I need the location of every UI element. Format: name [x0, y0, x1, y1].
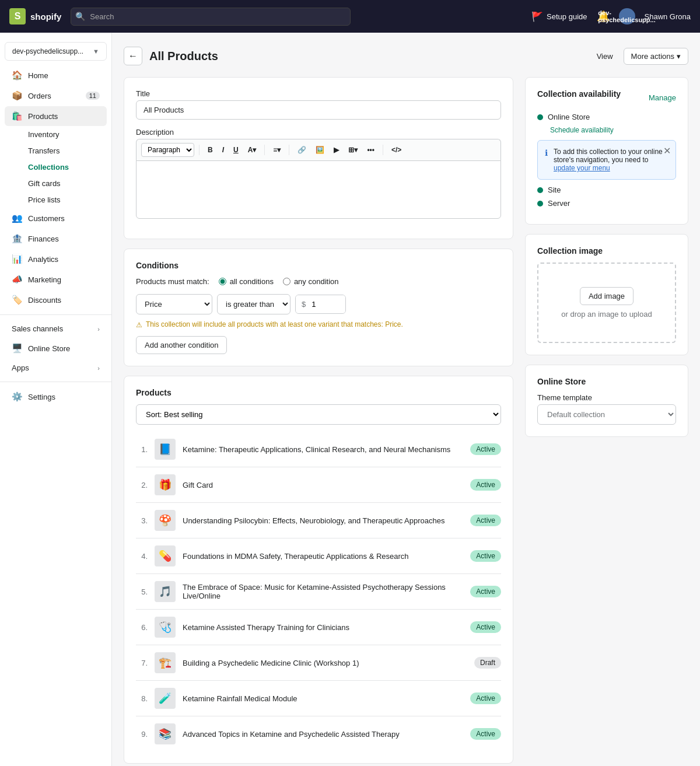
any-condition-radio[interactable]: any condition: [283, 277, 339, 286]
products-title: Products: [136, 388, 501, 397]
product-thumbnail: 🧪: [155, 688, 176, 709]
product-number: 8.: [136, 694, 148, 703]
product-name: Ketamine Assisted Therapy Training for C…: [183, 623, 463, 632]
underline-button[interactable]: U: [230, 144, 242, 156]
sales-channels-label: Sales channels: [12, 324, 63, 333]
sidebar-item-home[interactable]: 🏠 Home: [5, 65, 107, 85]
product-thumbnail: 🎁: [155, 474, 176, 495]
condition-field-select[interactable]: Price Product title Product type Product…: [136, 294, 212, 314]
sidebar-sub-item-gift-cards[interactable]: Gift cards: [5, 176, 107, 191]
theme-template-select[interactable]: Default collection: [537, 404, 676, 425]
active-dot-icon: [537, 201, 543, 207]
info-box-close-button[interactable]: ✕: [663, 145, 671, 156]
info-box: ℹ To add this collection to your online …: [537, 140, 676, 180]
main-column: Title Description Paragraph B: [124, 77, 513, 766]
back-button[interactable]: ←: [124, 47, 142, 65]
update-menu-link[interactable]: update your menu: [554, 164, 610, 172]
sidebar-item-label: Customers: [28, 214, 65, 223]
conditions-match: Products must match: all conditions any …: [136, 277, 501, 286]
store-selector[interactable]: dev-psychedelicsupp... ▼: [5, 42, 107, 61]
active-dot-icon: [537, 114, 543, 120]
description-editor[interactable]: [136, 160, 501, 219]
sidebar-sub-item-transfers[interactable]: Transfers: [5, 143, 107, 159]
sort-select[interactable]: Sort: Best selling Product title A-Z Pro…: [136, 404, 501, 425]
product-thumbnail: 🍄: [155, 510, 176, 531]
sales-channels-section[interactable]: Sales channels ›: [5, 320, 107, 338]
html-button[interactable]: </>: [388, 144, 405, 156]
rte-divider: [199, 145, 200, 155]
product-thumbnail: 📚: [155, 723, 176, 744]
logo: S shopify: [9, 8, 61, 25]
paragraph-select[interactable]: Paragraph: [141, 143, 194, 157]
list-item: 3. 🍄 Understanding Psilocybin: Effects, …: [136, 503, 501, 538]
setup-guide-button[interactable]: 🚩 Setup guide: [531, 11, 587, 22]
active-dot-icon: [537, 187, 543, 193]
apps-section[interactable]: Apps ›: [5, 359, 107, 377]
table-button[interactable]: ⊞▾: [345, 144, 361, 156]
orders-icon: 📦: [12, 90, 22, 101]
sidebar-item-products[interactable]: 🛍️ Products: [5, 106, 107, 126]
sidebar-item-discounts[interactable]: 🏷️ Discounts: [5, 290, 107, 310]
sidebar-sub-item-collections[interactable]: Collections: [5, 159, 107, 175]
list-item: 9. 📚 Advanced Topics in Ketamine and Psy…: [136, 716, 501, 751]
list-item: 8. 🧪 Ketamine Rainfall Medical Module Ac…: [136, 681, 501, 716]
list-item: 1. 📘 Ketamine: Therapeutic Applications,…: [136, 432, 501, 467]
list-item: 2. 🎁 Gift Card Active: [136, 467, 501, 503]
product-name: Gift Card: [183, 481, 463, 489]
condition-operator-select[interactable]: is greater than is less than is equal to…: [217, 294, 290, 314]
font-color-button[interactable]: A▾: [244, 144, 260, 156]
online-store-icon: 🖥️: [12, 343, 22, 354]
user-name: Shawn Grona: [645, 12, 691, 21]
product-name: Understanding Psilocybin: Effects, Neuro…: [183, 516, 463, 525]
sidebar-item-finances[interactable]: 🏦 Finances: [5, 229, 107, 249]
sidebar-item-online-store[interactable]: 🖥️ Online Store: [5, 338, 107, 358]
collection-image-card: Collection image Add image or drop an im…: [525, 234, 688, 355]
image-upload-area[interactable]: Add image or drop an image to upload: [537, 263, 676, 343]
sidebar-sub-item-price-lists[interactable]: Price lists: [5, 192, 107, 208]
online-store-title: Online Store: [537, 377, 676, 386]
description-label: Description: [136, 128, 501, 137]
more-actions-button[interactable]: More actions ▾: [624, 48, 688, 65]
manage-link[interactable]: Manage: [649, 93, 676, 102]
sidebar-item-marketing[interactable]: 📣 Marketing: [5, 270, 107, 289]
sidebar-sub-item-inventory[interactable]: Inventory: [5, 127, 107, 142]
any-condition-radio-input[interactable]: [283, 278, 290, 285]
align-button[interactable]: ≡▾: [270, 144, 284, 156]
availability-title: Collection availability: [537, 89, 621, 99]
product-number: 6.: [136, 623, 148, 632]
page-title: All Products: [149, 50, 218, 63]
sidebar-item-analytics[interactable]: 📊 Analytics: [5, 249, 107, 269]
schedule-availability-link[interactable]: Schedule availability: [550, 126, 676, 134]
any-condition-label: any condition: [294, 277, 339, 286]
add-image-button[interactable]: Add image: [580, 287, 634, 305]
status-badge: Active: [470, 728, 501, 740]
content-area: ← All Products View More actions ▾: [112, 33, 700, 766]
all-conditions-radio-input[interactable]: [219, 278, 226, 285]
bold-button[interactable]: B: [204, 144, 216, 156]
search-input[interactable]: [71, 8, 351, 26]
link-button[interactable]: 🔗: [294, 144, 310, 156]
image-button[interactable]: 🖼️: [312, 144, 328, 156]
page-header-left: ← All Products: [124, 47, 218, 65]
add-condition-button[interactable]: Add another condition: [136, 336, 227, 354]
two-col-layout: Title Description Paragraph B: [124, 77, 688, 766]
video-button[interactable]: ▶: [330, 144, 342, 156]
sidebar-divider-2: [0, 382, 111, 382]
search-bar: 🔍: [71, 8, 351, 26]
sidebar-item-customers[interactable]: 👥 Customers: [5, 208, 107, 228]
italic-button[interactable]: I: [219, 144, 228, 156]
view-button[interactable]: View: [591, 48, 619, 64]
product-name: The Embrace of Space: Music for Ketamine…: [183, 583, 463, 600]
title-input[interactable]: [136, 100, 501, 120]
product-name: Building a Psychedelic Medicine Clinic (…: [183, 659, 467, 667]
theme-template-label: Theme template: [537, 393, 676, 402]
apps-label: Apps: [12, 363, 29, 372]
all-conditions-radio[interactable]: all conditions: [219, 277, 274, 286]
sidebar-item-settings[interactable]: ⚙️ Settings: [5, 387, 107, 407]
condition-value-input[interactable]: [310, 295, 345, 313]
channel-row-site: Site: [537, 186, 676, 194]
more-button[interactable]: •••: [363, 144, 378, 156]
user-avatar[interactable]: dev-psychedelicsupp...: [619, 8, 635, 25]
all-conditions-label: all conditions: [230, 277, 274, 286]
sidebar-item-orders[interactable]: 📦 Orders 11: [5, 86, 107, 106]
